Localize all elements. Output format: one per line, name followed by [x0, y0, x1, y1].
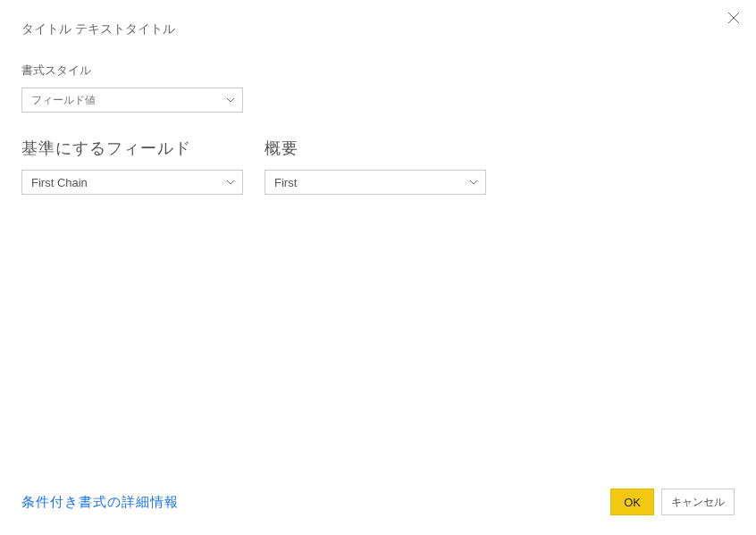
cancel-button[interactable]: キャンセル: [661, 489, 735, 515]
base-field-section: 基準にするフィールド First Chain: [21, 138, 243, 195]
format-style-label: 書式スタイル: [21, 63, 735, 79]
base-field-label: 基準にするフィールド: [21, 138, 243, 159]
dialog-container: タイトル テキストタイトル 書式スタイル フィールド値 基準にするフィールド F…: [0, 0, 756, 535]
dialog-footer: 条件付き書式の詳細情報 OK キャンセル: [21, 472, 735, 535]
close-button[interactable]: [726, 11, 742, 27]
summary-section: 概要 First: [265, 138, 486, 195]
format-style-select[interactable]: フィールド値: [21, 88, 243, 113]
summary-value: First: [274, 176, 297, 189]
ok-button[interactable]: OK: [610, 489, 654, 515]
base-field-select[interactable]: First Chain: [21, 170, 243, 195]
summary-select[interactable]: First: [265, 170, 486, 195]
learn-more-link[interactable]: 条件付き書式の詳細情報: [21, 494, 179, 511]
button-group: OK キャンセル: [610, 489, 735, 515]
fields-row: 基準にするフィールド First Chain 概要 First: [21, 138, 735, 195]
base-field-value: First Chain: [31, 176, 88, 189]
format-style-section: 書式スタイル フィールド値: [21, 63, 735, 113]
summary-label: 概要: [265, 138, 486, 159]
format-style-value: フィールド値: [31, 93, 96, 108]
close-icon: [727, 12, 740, 27]
dialog-title: タイトル テキストタイトル: [21, 21, 735, 38]
